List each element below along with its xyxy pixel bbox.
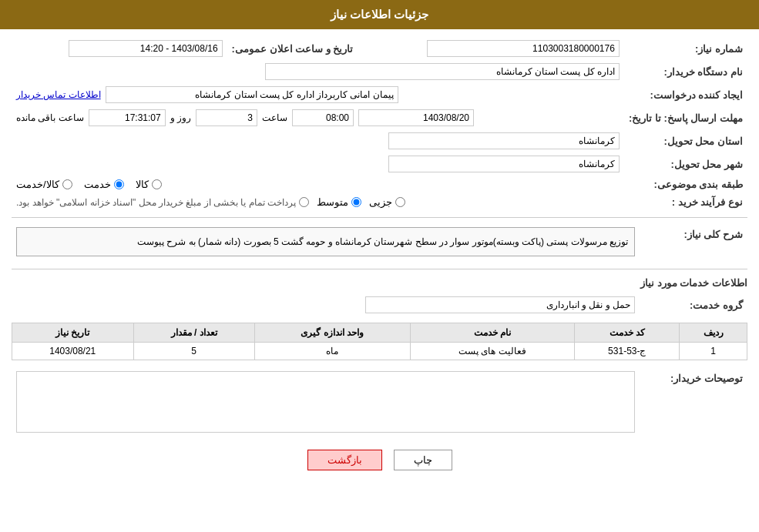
table-cell-row: 1 [680, 343, 747, 360]
info-table: شماره نیاز: تاریخ و ساعت اعلان عمومی: نا… [12, 37, 747, 211]
buyer-notes-cell [12, 368, 640, 438]
page-header: جزئیات اطلاعات نیاز [0, 0, 759, 29]
creator-link[interactable]: اطلاعات تماس خریدار [16, 89, 101, 100]
category-label: طبقه بندی موضوعی: [624, 176, 747, 193]
process-motavasset: متوسط [317, 196, 361, 208]
city-input[interactable] [388, 156, 620, 172]
col-qty: تعداد / مقدار [133, 323, 254, 343]
process-label: نوع فرآیند خرید : [624, 193, 747, 211]
category-radio-khedmat[interactable] [114, 179, 124, 189]
table-cell-unit: ماه [254, 343, 410, 360]
process-radio-esnad[interactable] [299, 197, 309, 207]
description-box: توزیع مرسولات پستی (پاکت وبسته)موتور سوا… [16, 227, 635, 256]
city-label: شهر محل تحویل: [624, 152, 747, 176]
col-unit: واحد اندازه گیری [254, 323, 410, 343]
buyer-org-cell [12, 60, 624, 83]
need-number-label: شماره نیاز: [624, 37, 747, 60]
deadline-cell: ساعت باقی مانده روز و ساعت [12, 106, 624, 129]
table-cell-name: فعالیت های پست [410, 343, 575, 360]
buyer-org-input[interactable] [265, 63, 620, 80]
city-cell [12, 152, 624, 176]
province-cell [12, 129, 624, 152]
creator-input[interactable] [106, 86, 398, 103]
description-table: شرح کلی نیاز: توزیع مرسولات پستی (پاکت و… [12, 224, 747, 263]
category-kala-khedmat: کالا/خدمت [16, 179, 72, 190]
buyer-org-label: نام دستگاه خریدار: [624, 60, 747, 83]
divider-2 [12, 269, 747, 269]
deadline-remain-label: ساعت باقی مانده [16, 112, 84, 123]
description-label: شرح کلی نیاز: [640, 224, 747, 263]
buyer-notes-table: توصیحات خریدار: [12, 368, 747, 438]
category-radio-kala[interactable] [152, 179, 162, 189]
table-cell-code: ج-53-531 [575, 343, 680, 360]
process-jozi: جزیی [369, 196, 405, 208]
table-cell-qty: 5 [133, 343, 254, 360]
service-group-label: گروه خدمت: [640, 293, 747, 316]
need-number-input[interactable] [427, 40, 620, 57]
announce-date-input[interactable] [69, 40, 223, 57]
col-name: نام خدمت [410, 323, 575, 343]
service-group-input[interactable] [365, 296, 635, 313]
creator-cell: اطلاعات تماس خریدار [12, 83, 624, 106]
province-label: استان محل تحویل: [624, 129, 747, 152]
service-group-cell [12, 293, 640, 316]
col-code: کد خدمت [575, 323, 680, 343]
buyer-notes-textarea[interactable] [16, 371, 635, 433]
process-esnad: پرداخت تمام یا بخشی از مبلغ خریدار محل "… [16, 197, 309, 208]
category-cell: کالا/خدمت خدمت کالا [12, 176, 624, 193]
category-khedmat: خدمت [84, 179, 124, 190]
col-row: ردیف [680, 323, 747, 343]
deadline-date-input[interactable] [358, 109, 474, 126]
services-table: ردیف کد خدمت نام خدمت واحد اندازه گیری ت… [12, 323, 747, 360]
table-cell-date: 1403/08/21 [12, 343, 134, 360]
service-info-title: اطلاعات خدمات مورد نیاز [12, 277, 747, 289]
service-group-table: گروه خدمت: [12, 293, 747, 316]
deadline-label: مهلت ارسال پاسخ: تا تاریخ: [624, 106, 747, 129]
bottom-buttons: چاپ بازگشت [12, 450, 747, 470]
province-input[interactable] [388, 132, 620, 149]
process-radio-jozi[interactable] [395, 197, 405, 207]
description-cell: توزیع مرسولات پستی (پاکت وبسته)موتور سوا… [12, 224, 640, 263]
deadline-days-input[interactable] [196, 109, 257, 126]
process-cell: پرداخت تمام یا بخشی از مبلغ خریدار محل "… [12, 193, 624, 211]
divider-1 [12, 217, 747, 218]
announce-date-cell [12, 37, 227, 60]
print-button[interactable]: چاپ [394, 450, 452, 470]
deadline-time-label: ساعت [262, 112, 287, 123]
col-date: تاریخ نیاز [12, 323, 134, 343]
announce-date-label: تاریخ و ساعت اعلان عمومی: [227, 37, 358, 60]
back-button[interactable]: بازگشت [307, 450, 382, 470]
process-radio-motavasset[interactable] [351, 197, 361, 207]
deadline-days-label: روز و [170, 112, 191, 123]
category-radio-kala-khedmat[interactable] [62, 179, 72, 189]
creator-label: ایجاد کننده درخواست: [624, 83, 747, 106]
buyer-notes-label: توصیحات خریدار: [640, 368, 747, 438]
deadline-remain-input[interactable] [89, 109, 166, 126]
page-wrapper: جزئیات اطلاعات نیاز شماره نیاز: تاریخ و … [0, 0, 759, 532]
table-row: 1ج-53-531فعالیت های پستماه51403/08/21 [12, 343, 747, 360]
page-title: جزئیات اطلاعات نیاز [331, 8, 428, 21]
need-number-cell [358, 37, 624, 60]
deadline-time-input[interactable] [292, 109, 354, 126]
category-kala: کالا [136, 179, 162, 190]
